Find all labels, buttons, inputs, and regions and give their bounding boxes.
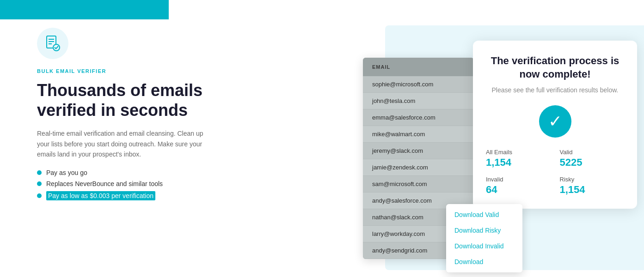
feature-text-highlighted: Pay as low as $0.003 per verification [46, 191, 155, 200]
description-text: Real-time email verification and email c… [37, 128, 213, 159]
check-circle: ✓ [539, 105, 571, 138]
download-dropdown[interactable]: Download Valid Download Risky Download I… [446, 204, 522, 272]
stat-label: Invalid [486, 176, 551, 183]
stat-value: 64 [486, 184, 551, 196]
table-row: sam@microsoft.com [363, 176, 474, 193]
table-row: emma@salesforce.com [363, 109, 474, 126]
top-bar [0, 0, 169, 19]
table-row: john@tesla.com [363, 93, 474, 109]
stat-valid: Valid 5225 [560, 149, 625, 169]
stat-label: Risky [560, 176, 625, 183]
checkmark-icon: ✓ [548, 113, 562, 130]
bullet-dot [37, 170, 42, 175]
stat-label: All Emails [486, 149, 551, 156]
feature-text: Replaces NeverBounce and similar tools [46, 180, 163, 187]
features-list: Pay as you go Replaces NeverBounce and s… [37, 169, 250, 200]
feature-text: Pay as you go [46, 169, 87, 176]
stat-value: 1,154 [486, 157, 551, 169]
stats-grid: All Emails 1,154 Valid 5225 Invalid 64 R… [486, 149, 624, 196]
stat-risky: Risky 1,154 [560, 176, 625, 196]
feature-item-1: Pay as you go [37, 169, 250, 176]
download-invalid-button[interactable]: Download Invalid [446, 238, 522, 254]
download-risky-button[interactable]: Download Risky [446, 223, 522, 238]
table-row: jeremy@slack.com [363, 143, 474, 159]
main-heading: Thousands of emails verified in seconds [37, 80, 250, 120]
stat-value: 5225 [560, 157, 625, 169]
product-icon [37, 28, 68, 59]
email-table-header: EMAIL [363, 58, 474, 76]
feature-item-3: Pay as low as $0.003 per verification [37, 191, 250, 200]
left-section: BULK EMAIL VERIFIER Thousands of emails … [37, 28, 250, 204]
table-row: jamie@zendesk.com [363, 159, 474, 176]
download-valid-button[interactable]: Download Valid [446, 207, 522, 223]
stat-value: 1,154 [560, 184, 625, 196]
bullet-dot [37, 181, 42, 186]
product-badge: BULK EMAIL VERIFIER [37, 68, 250, 74]
stat-invalid: Invalid 64 [486, 176, 551, 196]
table-row: sophie@microsoft.com [363, 76, 474, 93]
download-all-button[interactable]: Download [446, 254, 522, 270]
verification-title: The verification process is now complete… [486, 54, 624, 81]
feature-item-2: Replaces NeverBounce and similar tools [37, 180, 250, 187]
bullet-dot [37, 193, 42, 198]
stat-label: Valid [560, 149, 625, 156]
verification-subtitle: Please see the full verification results… [486, 85, 624, 95]
table-row: mike@walmart.com [363, 126, 474, 143]
stat-all-emails: All Emails 1,154 [486, 149, 551, 169]
verification-card: The verification process is now complete… [473, 41, 637, 209]
